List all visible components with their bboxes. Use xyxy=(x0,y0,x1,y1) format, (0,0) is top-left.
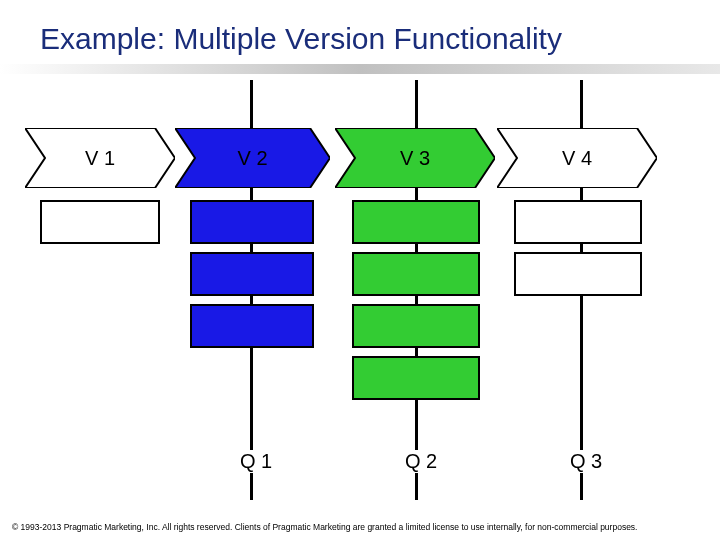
cell-v4-r2 xyxy=(514,252,642,296)
version-chevron-v3: V 3 xyxy=(335,128,495,188)
diagram-area: V 1 V 2 V 3 V 4 Q 1 Q 2 Q 3 xyxy=(0,80,720,500)
cell-v3-r2 xyxy=(352,252,480,296)
version-label: V 3 xyxy=(335,128,495,188)
version-label: V 1 xyxy=(25,128,175,188)
cell-v3-r1 xyxy=(352,200,480,244)
title-underline xyxy=(0,64,720,74)
cell-v1-r1 xyxy=(40,200,160,244)
quarter-label-q2: Q 2 xyxy=(401,450,441,473)
quarter-label-q1: Q 1 xyxy=(236,450,276,473)
cell-v2-r3 xyxy=(190,304,314,348)
version-chevron-v1: V 1 xyxy=(25,128,175,188)
version-chevron-v2: V 2 xyxy=(175,128,330,188)
quarter-label-q3: Q 3 xyxy=(566,450,606,473)
version-label: V 2 xyxy=(175,128,330,188)
page-title: Example: Multiple Version Functionality xyxy=(40,22,562,56)
copyright-footer: © 1993-2013 Pragmatic Marketing, Inc. Al… xyxy=(12,522,708,532)
cell-v2-r1 xyxy=(190,200,314,244)
cell-v3-r3 xyxy=(352,304,480,348)
cell-v2-r2 xyxy=(190,252,314,296)
version-chevron-v4: V 4 xyxy=(497,128,657,188)
cell-v3-r4 xyxy=(352,356,480,400)
cell-v4-r1 xyxy=(514,200,642,244)
version-label: V 4 xyxy=(497,128,657,188)
